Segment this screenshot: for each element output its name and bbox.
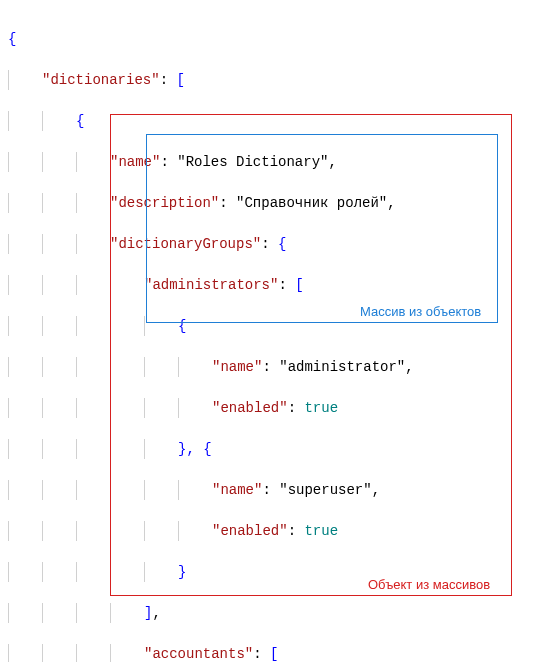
code-line: "description": "Справочник ролей",	[8, 193, 548, 214]
bracket-open: [	[176, 72, 184, 88]
code-line: }, {	[8, 439, 548, 460]
json-key: "accountants"	[144, 646, 253, 662]
code-line: "dictionaries": [	[8, 70, 548, 91]
json-key: "name"	[212, 482, 262, 498]
json-key: "enabled"	[212, 400, 288, 416]
code-line: "dictionaryGroups": {	[8, 234, 548, 255]
code-line: ],	[8, 603, 548, 624]
json-key: "description"	[110, 195, 219, 211]
json-key: "dictionaryGroups"	[110, 236, 261, 252]
brace-open: {	[8, 31, 16, 47]
json-key: "name"	[212, 359, 262, 375]
annotation-label-blue: Массив из объектов	[360, 302, 481, 323]
json-key: "name"	[110, 154, 160, 170]
bracket-open: [	[270, 646, 278, 662]
brace-close: }	[178, 564, 186, 580]
brace-open: {	[76, 113, 84, 129]
json-string: "Roles Dictionary"	[177, 154, 328, 170]
code-line: "name": "superuser",	[8, 480, 548, 501]
json-key: "administrators"	[144, 277, 278, 293]
json-boolean: true	[304, 400, 338, 416]
json-string: "Справочник ролей"	[236, 195, 387, 211]
code-line: "name": "administrator",	[8, 357, 548, 378]
json-key: "dictionaries"	[42, 72, 160, 88]
annotation-label-red: Объект из массивов	[368, 575, 490, 596]
code-line: "administrators": [	[8, 275, 548, 296]
code-line: "accountants": [	[8, 644, 548, 663]
json-boolean: true	[304, 523, 338, 539]
brace-open: {	[178, 318, 186, 334]
json-key: "enabled"	[212, 523, 288, 539]
code-line: "enabled": true	[8, 521, 548, 542]
code-block: { "dictionaries": [ { "name": "Roles Dic…	[8, 8, 548, 662]
json-string: "superuser"	[279, 482, 371, 498]
code-line: "name": "Roles Dictionary",	[8, 152, 548, 173]
code-line: {	[8, 111, 548, 132]
comma-brace: , {	[186, 441, 211, 457]
brace-open: {	[278, 236, 286, 252]
bracket-open: [	[295, 277, 303, 293]
json-string: "administrator"	[279, 359, 405, 375]
code-line: {	[8, 29, 548, 50]
code-line: "enabled": true	[8, 398, 548, 419]
